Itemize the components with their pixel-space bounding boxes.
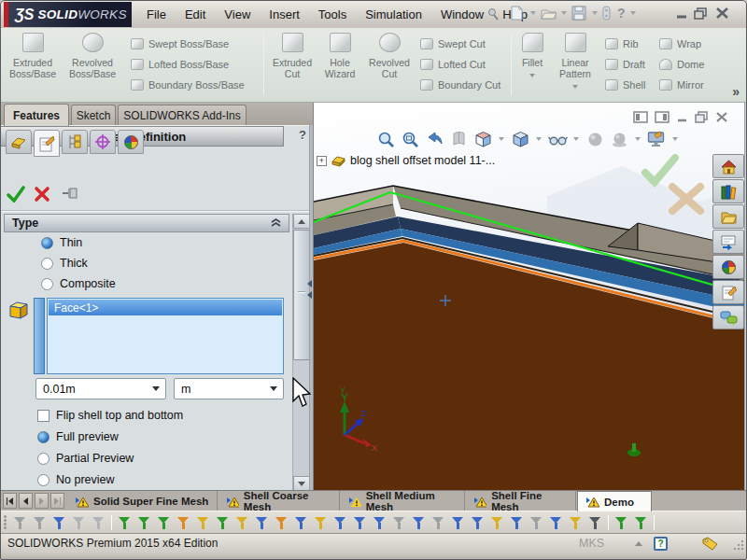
study-tab-shell-coarse-mesh[interactable]: Shell Coarse Mesh bbox=[218, 491, 340, 511]
display-style-icon[interactable] bbox=[510, 129, 530, 149]
filter-axes-icon[interactable] bbox=[216, 515, 230, 530]
previous-view-icon[interactable] bbox=[424, 129, 444, 149]
tile-right-icon[interactable] bbox=[655, 111, 669, 126]
menu-simulation[interactable]: Simulation bbox=[357, 5, 430, 24]
thickness-combo[interactable]: 0.01m bbox=[35, 378, 166, 399]
previous-study-button[interactable] bbox=[19, 493, 33, 509]
doc-restore-icon[interactable] bbox=[695, 111, 709, 126]
zoom-to-fit-icon[interactable] bbox=[375, 129, 396, 149]
feature-tree-root[interactable]: + blog shell offset model 11-... bbox=[317, 154, 495, 167]
radio-partial-preview[interactable]: Partial Preview bbox=[37, 452, 134, 465]
new-flyout-caret[interactable] bbox=[530, 11, 536, 15]
radio-composite-control[interactable] bbox=[41, 278, 53, 290]
filter-toggle-icon[interactable] bbox=[13, 515, 27, 530]
type-group-header[interactable]: Type bbox=[4, 214, 289, 232]
radio-full-preview-control[interactable] bbox=[37, 431, 49, 443]
menu-file[interactable]: File bbox=[138, 5, 175, 24]
zoom-to-area-icon[interactable] bbox=[400, 129, 420, 149]
save-flyout-caret[interactable] bbox=[592, 11, 598, 15]
filter-faces-icon[interactable] bbox=[157, 515, 171, 530]
filter-edges-icon[interactable] bbox=[137, 515, 151, 530]
minimize-button[interactable] bbox=[675, 7, 689, 20]
face-selection-listbox[interactable]: Face<1> bbox=[47, 298, 284, 374]
filter-dimensions-icon[interactable] bbox=[353, 515, 367, 530]
property-manager-help-icon[interactable]: ? bbox=[299, 128, 306, 142]
radio-composite[interactable]: Composite bbox=[41, 277, 116, 290]
last-study-button[interactable] bbox=[50, 493, 64, 509]
collapse-panel-arrow[interactable] bbox=[307, 291, 312, 299]
section-view-icon[interactable] bbox=[448, 129, 469, 149]
mirror-button[interactable]: Mirror bbox=[659, 75, 704, 95]
filter-midpoints-icon[interactable] bbox=[314, 515, 328, 530]
collapse-panel-arrow[interactable] bbox=[307, 280, 312, 287]
next-study-button[interactable] bbox=[35, 493, 49, 509]
filter-cosmetic-threads-icon[interactable] bbox=[529, 515, 543, 530]
menu-tools[interactable]: Tools bbox=[310, 5, 355, 24]
filter-sketch-segments-icon[interactable] bbox=[294, 515, 308, 530]
filter-centerlines-icon[interactable] bbox=[333, 515, 347, 530]
filter-annotations-icon[interactable] bbox=[392, 515, 406, 530]
study-tab-solid-super-fine-mesh[interactable]: Solid Super Fine Mesh bbox=[67, 491, 218, 511]
ok-button[interactable] bbox=[5, 184, 27, 204]
filter-solid-bodies-icon[interactable] bbox=[196, 515, 210, 530]
flip-shell-checkbox-row[interactable]: Flip shell top and bottom bbox=[37, 409, 183, 422]
scroll-down-button[interactable] bbox=[293, 476, 310, 491]
maximize-button[interactable] bbox=[694, 7, 708, 20]
filter-blocks-icon[interactable] bbox=[549, 515, 563, 530]
extruded-boss-base-button[interactable]: ExtrudedBoss/Base bbox=[6, 33, 60, 79]
unit-combo[interactable]: m bbox=[174, 378, 284, 399]
dimxpert-manager-tab[interactable] bbox=[90, 130, 116, 154]
select-flyout-icon[interactable] bbox=[92, 515, 106, 530]
view-orientation-icon[interactable] bbox=[472, 129, 493, 149]
fillet-flyout-caret[interactable] bbox=[529, 74, 535, 77]
menu-insert[interactable]: Insert bbox=[261, 5, 308, 24]
filter-planes-icon[interactable] bbox=[235, 515, 249, 530]
radio-thin[interactable]: Thin bbox=[41, 236, 82, 249]
flip-shell-checkbox[interactable] bbox=[37, 410, 49, 422]
linear-pattern-flyout-caret[interactable] bbox=[572, 85, 578, 89]
doc-close-icon[interactable] bbox=[715, 111, 728, 126]
filter-surface-finish-icon[interactable] bbox=[451, 515, 465, 530]
menu-view[interactable]: View bbox=[216, 5, 259, 24]
scroll-up-button[interactable] bbox=[293, 214, 310, 229]
filter-weld-symbols-icon[interactable] bbox=[510, 515, 524, 530]
tab-features[interactable]: Features bbox=[4, 104, 69, 126]
lofted-cut-button[interactable]: Lofted Cut bbox=[420, 54, 500, 75]
close-button[interactable] bbox=[715, 7, 729, 20]
save-icon[interactable] bbox=[571, 6, 587, 21]
first-study-button[interactable] bbox=[3, 493, 17, 509]
task-pane-home-tab[interactable] bbox=[712, 154, 744, 178]
edit-appearance-icon[interactable] bbox=[585, 129, 605, 149]
fillet-button[interactable]: Fillet bbox=[514, 33, 550, 79]
filter-graphics-icon[interactable] bbox=[52, 515, 66, 530]
wrap-button[interactable]: Wrap bbox=[659, 34, 704, 54]
filter-balloons-icon[interactable] bbox=[431, 515, 445, 530]
help-icon[interactable]: ? bbox=[617, 6, 626, 21]
task-pane-appearances-tab[interactable] bbox=[712, 255, 744, 279]
task-pane-custom-properties-tab[interactable] bbox=[712, 280, 744, 304]
linear-pattern-button[interactable]: LinearPattern bbox=[553, 33, 598, 91]
feature-manager-tab[interactable] bbox=[6, 130, 32, 154]
open-flyout-caret[interactable] bbox=[561, 11, 567, 15]
unit-caret[interactable] bbox=[270, 386, 277, 391]
rebuild-icon[interactable] bbox=[602, 6, 611, 21]
selected-face-item[interactable]: Face<1> bbox=[49, 300, 282, 315]
help-flyout-caret[interactable] bbox=[630, 11, 636, 15]
graphics-viewport[interactable]: Y X Z + blog bbox=[313, 103, 747, 490]
unit-system-caret[interactable] bbox=[635, 541, 642, 546]
ribbon-overflow-chevron[interactable]: » bbox=[732, 84, 740, 99]
task-pane-file-explorer-tab[interactable] bbox=[712, 204, 744, 229]
tab-sketch[interactable]: Sketch bbox=[71, 105, 116, 125]
extruded-cut-button[interactable]: ExtrudedCut bbox=[269, 33, 316, 79]
shell-button[interactable]: Shell bbox=[605, 75, 645, 95]
view-settings-icon[interactable] bbox=[646, 129, 667, 149]
study-tab-shell-fine-mesh[interactable]: Shell Fine Mesh bbox=[466, 491, 576, 511]
radio-thin-control[interactable] bbox=[41, 237, 53, 249]
pin-button[interactable] bbox=[60, 184, 82, 204]
apply-scene-icon[interactable] bbox=[609, 129, 629, 149]
tab-solidworks-add-ins[interactable]: SOLIDWORKS Add-Ins bbox=[118, 105, 247, 125]
filter-origins-icon[interactable] bbox=[255, 515, 269, 530]
hide-show-items-caret[interactable] bbox=[573, 137, 579, 141]
boundary-cut-button[interactable]: Boundary Cut bbox=[420, 75, 500, 95]
menu-pin-icon[interactable] bbox=[486, 7, 500, 24]
